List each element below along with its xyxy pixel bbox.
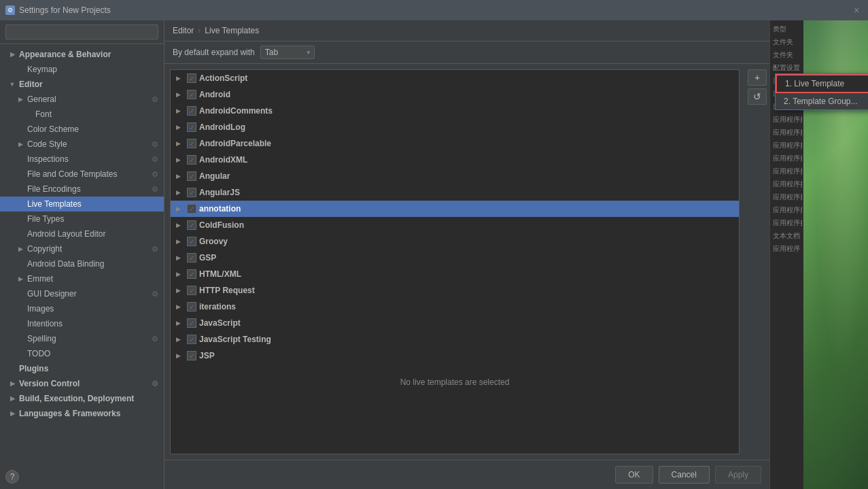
close-button[interactable]: × (850, 4, 863, 16)
group-androidcomments[interactable]: AndroidComments (171, 103, 739, 119)
androidlog-arrow (176, 124, 186, 131)
expand-select[interactable]: Tab Enter Space (260, 46, 315, 59)
help-button[interactable]: ? (5, 470, 19, 484)
iterations-checkbox[interactable] (187, 302, 196, 311)
sidebar-item-inspections[interactable]: Inspections ⚙ (0, 152, 164, 167)
ok-button[interactable]: OK (615, 466, 653, 484)
androidparcelable-checkbox[interactable] (187, 139, 196, 148)
sidebar-item-todo[interactable]: TODO (0, 346, 164, 361)
actionscript-arrow (176, 75, 186, 82)
annotation-checkbox[interactable] (187, 204, 196, 214)
sidebar-item-font[interactable]: Font (0, 107, 164, 122)
chinese-item-13: 应用程序扩展 (771, 178, 802, 190)
sidebar-item-color-scheme[interactable]: Color Scheme (0, 122, 164, 137)
actionscript-checkbox[interactable] (187, 73, 196, 83)
settings-window: ⚙ Settings for New Projects × Appearance… (0, 0, 868, 489)
undo-button[interactable]: ↺ (748, 88, 767, 105)
group-androidparcelable[interactable]: AndroidParcelable (171, 135, 739, 152)
androidlog-name: AndroidLog (199, 122, 245, 132)
javascripttesting-checkbox[interactable] (187, 335, 196, 344)
group-htmlxml[interactable]: HTML/XML (171, 266, 739, 282)
groovy-checkbox[interactable] (187, 237, 196, 246)
sidebar-label-copyright: Copyright (27, 244, 62, 254)
sidebar-item-appearance[interactable]: Appearance & Behavior (0, 47, 164, 62)
group-androidlog[interactable]: AndroidLog (171, 119, 739, 135)
group-coldfusion[interactable]: ColdFusion (171, 217, 739, 233)
sidebar-item-intentions[interactable]: Intentions (0, 316, 164, 331)
sidebar-item-live-templates[interactable]: Live Templates (0, 197, 164, 212)
javascripttesting-name: JavaScript Testing (199, 335, 271, 344)
search-input[interactable] (5, 24, 158, 39)
group-gsp[interactable]: GSP (171, 250, 739, 266)
androidxml-arrow (176, 156, 186, 163)
apply-button[interactable]: Apply (715, 466, 761, 484)
sidebar-item-build[interactable]: Build, Execution, Deployment (0, 391, 164, 406)
sidebar-label-file-code-templates: File and Code Templates (27, 169, 118, 179)
sidebar-item-emmet[interactable]: Emmet (0, 271, 164, 286)
android-checkbox[interactable] (187, 90, 196, 99)
sidebar-item-code-style[interactable]: Code Style ⚙ (0, 137, 164, 152)
sidebar-item-general[interactable]: General ⚙ (0, 92, 164, 107)
group-groovy[interactable]: Groovy (171, 233, 739, 250)
sidebar-item-keymap[interactable]: Keymap (0, 62, 164, 77)
chinese-item-9: 应用程序扩展 (771, 127, 802, 139)
sidebar-item-copyright[interactable]: Copyright ⚙ (0, 241, 164, 256)
angular-checkbox[interactable] (187, 171, 196, 181)
breadcrumb-separator: › (198, 26, 201, 35)
angular-name: Angular (199, 171, 230, 181)
jsp-checkbox[interactable] (187, 351, 196, 360)
group-iterations[interactable]: iterations (171, 299, 739, 315)
group-annotation[interactable]: annotation (171, 201, 739, 217)
gsp-checkbox[interactable] (187, 253, 196, 263)
chinese-item-16: 应用程序扩展 (771, 217, 802, 229)
sidebar-item-editor[interactable]: Editor (0, 77, 164, 92)
code-style-gear: ⚙ (152, 140, 158, 149)
sidebar-item-android-layout[interactable]: Android Layout Editor (0, 226, 164, 241)
androidlog-checkbox[interactable] (187, 122, 196, 132)
group-android[interactable]: Android (171, 86, 739, 103)
sidebar-label-code-style: Code Style (27, 139, 67, 149)
dropdown-item-template-group[interactable]: 2. Template Group... (776, 93, 868, 109)
group-androidxml[interactable]: AndroidXML (171, 152, 739, 168)
group-javascript[interactable]: JavaScript (171, 315, 739, 331)
sidebar-label-intentions: Intentions (27, 319, 63, 328)
group-angular[interactable]: Angular (171, 168, 739, 184)
angularjs-checkbox[interactable] (187, 188, 196, 197)
sidebar-item-plugins[interactable]: Plugins (0, 361, 164, 376)
chinese-item-11: 应用程序扩展 (771, 152, 802, 165)
groovy-name: Groovy (199, 237, 228, 246)
sidebar-item-file-encodings[interactable]: File Encodings ⚙ (0, 182, 164, 197)
androidxml-checkbox[interactable] (187, 155, 196, 165)
add-template-button[interactable]: + (748, 69, 767, 86)
htmlxml-checkbox[interactable] (187, 269, 196, 279)
sidebar-item-android-data-binding[interactable]: Android Data Binding (0, 256, 164, 271)
javascript-checkbox[interactable] (187, 318, 196, 328)
chinese-item-8: 应用程序扩展 (771, 114, 802, 126)
dropdown-item-live-template[interactable]: 1. Live Template (776, 74, 868, 93)
group-actionscript[interactable]: ActionScript (171, 70, 739, 86)
sidebar-label-appearance: Appearance & Behavior (19, 50, 111, 59)
coldfusion-arrow (176, 222, 186, 229)
group-httprequest[interactable]: HTTP Request (171, 282, 739, 299)
group-angularjs[interactable]: AngularJS (171, 184, 739, 201)
group-jsp[interactable]: JSP (171, 348, 739, 364)
sidebar-item-spelling[interactable]: Spelling ⚙ (0, 331, 164, 346)
coldfusion-checkbox[interactable] (187, 220, 196, 230)
httprequest-checkbox[interactable] (187, 286, 196, 295)
coldfusion-name: ColdFusion (199, 220, 244, 230)
android-name: Android (199, 90, 230, 99)
android-arrow (176, 91, 186, 98)
sidebar-item-images[interactable]: Images (0, 301, 164, 316)
androidcomments-checkbox[interactable] (187, 106, 196, 116)
cancel-button[interactable]: Cancel (659, 466, 710, 484)
sidebar-item-languages[interactable]: Languages & Frameworks (0, 406, 164, 421)
sidebar-item-file-types[interactable]: File Types (0, 212, 164, 226)
sidebar-item-gui-designer[interactable]: GUI Designer ⚙ (0, 286, 164, 301)
sidebar-item-file-code-templates[interactable]: File and Code Templates ⚙ (0, 167, 164, 182)
dropdown-popup: 1. Live Template 2. Template Group... (775, 73, 868, 110)
sidebar-item-version-control[interactable]: Version Control ⚙ (0, 376, 164, 391)
androidxml-name: AndroidXML (199, 155, 247, 165)
chinese-item-3: 文件夹 (771, 49, 802, 61)
sidebar-label-plugins: Plugins (19, 364, 48, 373)
group-javascripttesting[interactable]: JavaScript Testing (171, 331, 739, 348)
